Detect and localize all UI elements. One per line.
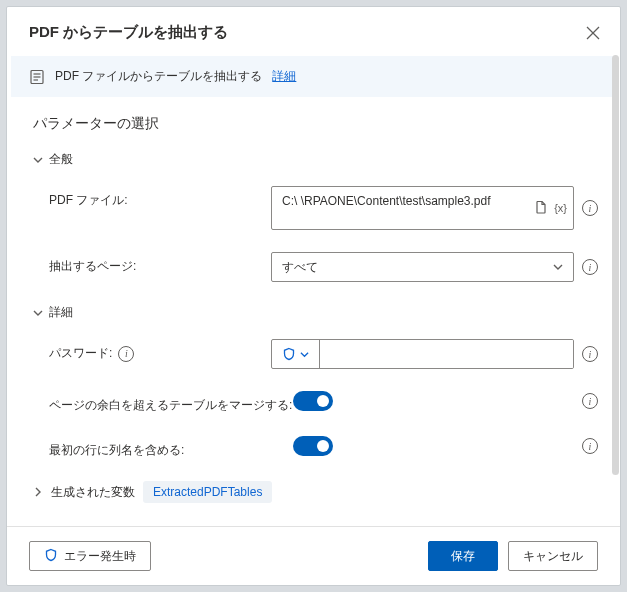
merge-toggle[interactable]	[293, 391, 333, 411]
info-link[interactable]: 詳細	[272, 68, 296, 85]
pages-label: 抽出するページ:	[33, 252, 271, 275]
info-icon[interactable]: i	[582, 438, 598, 454]
chevron-down-icon	[553, 262, 563, 272]
shield-outline-icon	[44, 548, 58, 565]
row-merge: ページの余白を超えるテーブルをマージする: i	[33, 391, 598, 414]
chevron-down-icon	[300, 350, 309, 359]
merge-label: ページの余白を超えるテーブルをマージする:	[33, 391, 293, 414]
chevron-right-icon	[33, 487, 43, 497]
password-field	[271, 339, 574, 369]
password-input[interactable]	[320, 340, 573, 368]
section-generated-label: 生成された変数	[51, 484, 135, 501]
file-picker-icon[interactable]	[534, 200, 548, 216]
pdf-file-label: PDF ファイル:	[33, 186, 271, 209]
chevron-down-icon	[33, 308, 43, 318]
dialog-title: PDF からテーブルを抽出する	[29, 23, 228, 42]
row-pdf-file: PDF ファイル: C:\ \RPAONE\Content\test\sampl…	[33, 186, 598, 230]
scrollbar-thumb[interactable]	[612, 55, 619, 475]
variable-picker-icon[interactable]: {x}	[554, 200, 567, 216]
section-generated[interactable]: 生成された変数 ExtractedPDFTables	[33, 481, 598, 503]
section-general[interactable]: 全般	[33, 151, 598, 168]
info-text: PDF ファイルからテーブルを抽出する	[55, 68, 262, 85]
pages-value: すべて	[282, 259, 318, 276]
password-label: パスワード:	[49, 345, 112, 362]
section-detail-label: 詳細	[49, 304, 73, 321]
footer: エラー発生時 保存 キャンセル	[7, 526, 620, 585]
cancel-button[interactable]: キャンセル	[508, 541, 598, 571]
shield-icon	[282, 347, 296, 361]
titlebar: PDF からテーブルを抽出する	[7, 7, 620, 56]
info-bar: PDF ファイルからテーブルを抽出する 詳細	[11, 56, 616, 97]
pages-select[interactable]: すべて	[271, 252, 574, 282]
firstrow-label: 最初の行に列名を含める:	[33, 436, 293, 459]
on-error-label: エラー発生時	[64, 548, 136, 565]
info-icon[interactable]: i	[582, 346, 598, 362]
row-password: パスワード: i i	[33, 339, 598, 369]
firstrow-toggle[interactable]	[293, 436, 333, 456]
dialog: PDF からテーブルを抽出する PDF ファイルからテーブルを抽出する 詳細 パ…	[6, 6, 621, 586]
info-icon[interactable]: i	[582, 259, 598, 275]
row-firstrow: 最初の行に列名を含める: i	[33, 436, 598, 459]
password-mode-select[interactable]	[272, 340, 320, 368]
chevron-down-icon	[33, 155, 43, 165]
scrollbar[interactable]	[612, 53, 619, 523]
section-general-label: 全般	[49, 151, 73, 168]
row-pages: 抽出するページ: すべて i	[33, 252, 598, 282]
info-icon[interactable]: i	[582, 393, 598, 409]
pdf-file-value: C:\ \RPAONE\Content\test\sample3.pdf	[282, 194, 491, 208]
generated-variable-chip[interactable]: ExtractedPDFTables	[143, 481, 272, 503]
section-detail[interactable]: 詳細	[33, 304, 598, 321]
info-icon[interactable]: i	[582, 200, 598, 216]
info-icon[interactable]: i	[118, 346, 134, 362]
save-button[interactable]: 保存	[428, 541, 498, 571]
pdf-file-input[interactable]: C:\ \RPAONE\Content\test\sample3.pdf {x}	[271, 186, 574, 230]
parameters-title: パラメーターの選択	[33, 115, 598, 133]
close-icon[interactable]	[586, 26, 600, 40]
dialog-body: パラメーターの選択 全般 PDF ファイル: C:\ \RPAONE\Conte…	[7, 97, 620, 526]
pdf-icon	[29, 69, 45, 85]
on-error-button[interactable]: エラー発生時	[29, 541, 151, 571]
